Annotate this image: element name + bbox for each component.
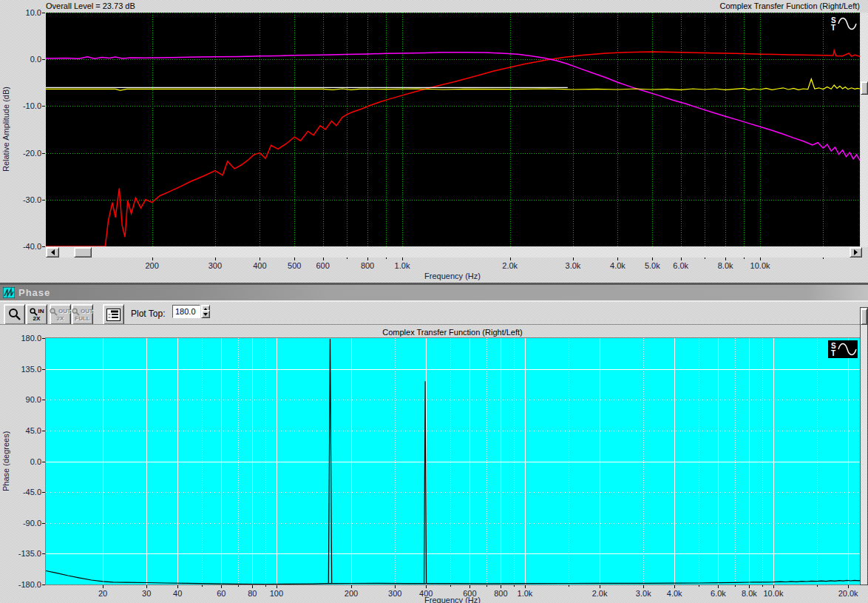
y-axis-tick [42, 492, 45, 493]
phase-v-scroll-thumb[interactable] [861, 309, 867, 325]
x-axis-tick [215, 257, 216, 260]
overall-level-readout: Overall Level = 23.73 dB [46, 1, 135, 10]
zoom-out-full-label-top: OUT [81, 309, 93, 314]
x-axis-tick [823, 257, 824, 259]
x-axis-tick [718, 585, 719, 588]
x-axis-tick [525, 585, 526, 588]
amplitude-v-scrollbar[interactable] [861, 13, 868, 247]
y-axis-tick [42, 106, 45, 107]
x-axis-tick [469, 585, 470, 588]
h-scroll-thumb[interactable] [74, 247, 92, 257]
x-axis-tick [386, 257, 387, 259]
x-axis-tick [265, 585, 266, 587]
phase-titlebar[interactable]: Phase [0, 285, 868, 300]
phase-x-tick-label: 60 [217, 589, 226, 598]
x-axis-tick [569, 585, 569, 587]
amplitude-chart [46, 13, 860, 246]
amplitude-x-axis-title: Frequency (Hz) [424, 272, 481, 280]
x-axis-tick [202, 585, 203, 587]
phase-trace [46, 571, 860, 585]
y-axis-tick [42, 13, 45, 13]
zoom-button[interactable] [4, 304, 25, 325]
y-axis-tick [42, 59, 45, 60]
phase-x-tick-label: 200 [345, 589, 358, 598]
amplitude-x-tick-label: 600 [316, 261, 329, 270]
phase-y-tick-label: -180.0 [0, 580, 41, 589]
amplitude-y-tick-label: -30.0 [0, 195, 41, 204]
phase-x-tick-label: 100 [270, 589, 283, 598]
amplitude-x-tick-label: 400 [253, 261, 266, 270]
spin-down-button[interactable] [201, 310, 210, 318]
phase-y-tick-label: 180.0 [0, 334, 41, 343]
x-axis-tick [146, 585, 147, 588]
x-axis-tick [699, 585, 699, 587]
y-axis-tick [42, 369, 45, 370]
amplitude-x-tick-label: 8.0k [718, 261, 733, 270]
phase-x-tick-label: 800 [494, 589, 507, 598]
scroll-right-button[interactable] [850, 247, 862, 257]
x-axis-tick [735, 585, 736, 587]
y-axis-tick [42, 200, 45, 201]
amplitude-x-tick-label: 3.0k [566, 261, 581, 270]
x-axis-tick [294, 257, 295, 260]
amplitude-plot-title: Complex Transfer Function (Right/Left) [719, 1, 860, 10]
amplitude-y-tick-label: -40.0 [0, 242, 41, 251]
x-axis-tick [510, 257, 511, 260]
amplitude-y-tick-label: 0.0 [0, 55, 41, 64]
zoom-in-label-top: IN [38, 309, 44, 314]
amplitude-y-tick-label: 10.0 [0, 8, 41, 17]
svg-text:T: T [831, 24, 835, 32]
phase-x-tick-label: 400 [419, 589, 433, 598]
toolbar-divider [0, 324, 868, 325]
phase-y-tick-label: 135.0 [0, 365, 41, 374]
scroll-left-button[interactable] [46, 247, 59, 257]
phase-plot[interactable]: S T [46, 338, 860, 585]
amplitude-h-scrollbar[interactable] [46, 247, 862, 257]
x-axis-tick [323, 257, 324, 260]
x-axis-tick [573, 257, 574, 260]
y-axis-tick [42, 431, 45, 431]
amplitude-v-scroll-thumb[interactable] [861, 81, 868, 95]
phase-y-tick-label: -45.0 [0, 488, 41, 496]
y-axis-tick [42, 553, 45, 554]
plot-top-spinner [201, 305, 210, 318]
y-axis-tick [42, 338, 45, 339]
x-axis-tick [643, 585, 644, 588]
options-dialog-icon [106, 309, 121, 321]
plot-top-input[interactable] [172, 305, 200, 318]
magnifier-out-full-icon [72, 308, 80, 316]
x-axis-tick [760, 257, 761, 260]
x-axis-tick [617, 257, 618, 260]
y-axis-tick [42, 153, 45, 154]
phase-window-title: Phase [18, 287, 50, 298]
y-axis-tick [42, 523, 45, 524]
amplitude-x-tick-label: 200 [145, 261, 158, 270]
amplitude-y-tick-label: -10.0 [0, 101, 41, 110]
phase-x-tick-label: 300 [388, 589, 401, 598]
amplitude-plot[interactable]: S T [46, 13, 860, 246]
x-axis-tick [514, 585, 515, 587]
x-axis-tick [351, 585, 352, 588]
x-axis-tick [674, 585, 675, 588]
phase-x-tick-label: 30 [142, 589, 151, 598]
x-axis-tick [652, 257, 653, 260]
amplitude-x-tick-label: 500 [288, 261, 301, 270]
x-axis-tick [252, 585, 253, 588]
x-axis-tick [744, 257, 745, 259]
x-axis-tick [725, 257, 726, 260]
zoom-out-full-button: OUT FULL [72, 304, 93, 325]
x-axis-tick [762, 585, 763, 587]
x-axis-tick [450, 585, 451, 587]
plot-options-button[interactable] [103, 304, 124, 325]
amplitude-x-tick-label: 2.0k [502, 261, 518, 270]
zoom-in-2x-button[interactable]: IN 2X [26, 304, 47, 325]
x-axis-tick [152, 257, 153, 260]
phase-x-tick-label: 20 [98, 589, 107, 598]
phase-v-scrollbar[interactable] [860, 307, 868, 585]
amplitude-x-tick-label: 5.0k [645, 261, 660, 270]
y-axis-tick [42, 246, 45, 247]
phase-plot-title: Complex Transfer Function (Right/Left) [382, 328, 523, 337]
x-axis-tick [277, 585, 277, 588]
zoom-out-2x-button: OUT 2X [50, 304, 71, 325]
x-axis-tick [221, 585, 222, 588]
